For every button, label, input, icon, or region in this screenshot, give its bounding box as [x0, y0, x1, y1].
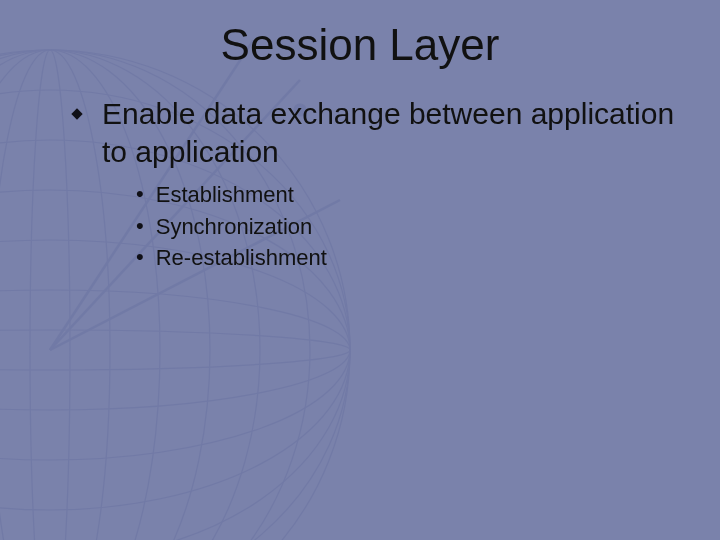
bullet-level2-group: • Establishment • Synchronization • Re-e… [136, 180, 680, 273]
bullet-level2: • Establishment [136, 180, 680, 210]
svg-point-5 [0, 290, 350, 410]
svg-rect-17 [71, 108, 82, 119]
slide-title: Session Layer [0, 20, 720, 70]
slide: Session Layer Enable data exchange betwe… [0, 0, 720, 540]
round-bullet-icon: • [136, 180, 144, 209]
bullet-level2: • Synchronization [136, 212, 680, 242]
round-bullet-icon: • [136, 212, 144, 241]
bullet-level2-text: Establishment [156, 180, 294, 210]
slide-body: Enable data exchange between application… [70, 95, 680, 275]
bullet-level1-text: Enable data exchange between application… [102, 95, 680, 170]
bullet-level2: • Re-establishment [136, 243, 680, 273]
bullet-level1: Enable data exchange between application… [70, 95, 680, 170]
round-bullet-icon: • [136, 243, 144, 272]
svg-point-12 [30, 50, 70, 540]
diamond-bullet-icon [70, 107, 84, 121]
bullet-level2-text: Synchronization [156, 212, 313, 242]
bullet-level2-text: Re-establishment [156, 243, 327, 273]
svg-point-6 [0, 330, 350, 370]
